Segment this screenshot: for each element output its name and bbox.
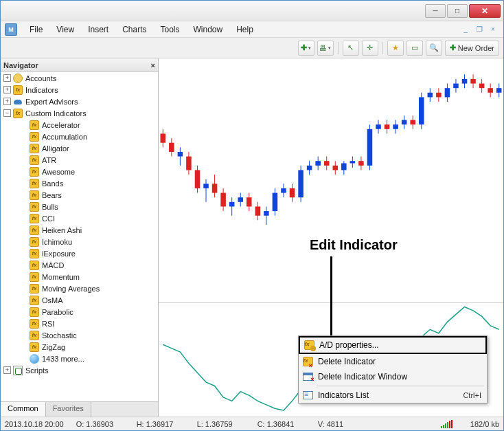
annotation-label: Edit Indicator: [310, 237, 398, 253]
tree-indicators[interactable]: +fxIndicators: [1, 84, 158, 96]
add-chart-button[interactable]: ✚: [298, 41, 314, 56]
navigator-panel: Navigator × +Accounts +fxIndicators +Exp…: [1, 58, 159, 417]
plus-icon: ✚: [450, 43, 456, 52]
tree-label: Bears: [42, 191, 62, 199]
tree-label: Scripts: [25, 366, 49, 375]
tree-indicator-item[interactable]: fxZigZag: [1, 341, 158, 353]
navigator-header: Navigator ×: [1, 58, 158, 72]
tree-indicator-item[interactable]: fxBears: [1, 189, 158, 201]
minimize-button[interactable]: ─: [425, 4, 446, 18]
svg-rect-15: [220, 193, 226, 207]
mdi-restore-button[interactable]: ❐: [473, 25, 485, 34]
new-order-button[interactable]: ✚New Order: [445, 41, 499, 56]
tree-label: Momentum: [42, 273, 80, 281]
status-high: H: 1.36917: [137, 420, 185, 428]
menu-delete-indicator-window[interactable]: × Delete Indicator Window: [299, 369, 487, 384]
globe-icon: [30, 354, 39, 364]
tree-indicator-item[interactable]: fxCCI: [1, 212, 158, 224]
status-volume: V: 4811: [318, 420, 366, 428]
tree-indicator-item[interactable]: fxATR: [1, 154, 158, 166]
menu-ad-properties[interactable]: fx A/D properties...: [299, 336, 487, 354]
tree-accounts[interactable]: +Accounts: [1, 72, 158, 84]
status-open: O: 1.36903: [76, 420, 124, 428]
menu-tools[interactable]: Tools: [154, 23, 187, 36]
tree-indicator-item[interactable]: fxMomentum: [1, 271, 158, 283]
expand-icon[interactable]: +: [3, 98, 11, 105]
navigator-tree[interactable]: +Accounts +fxIndicators +Expert Advisors…: [1, 72, 158, 401]
svg-rect-7: [186, 157, 192, 170]
tree-custom-indicators[interactable]: −fxCustom Indicators: [1, 107, 158, 119]
tree-scripts[interactable]: +Scripts: [1, 364, 158, 376]
svg-rect-27: [273, 193, 278, 212]
expand-icon[interactable]: +: [3, 74, 11, 82]
menu-help[interactable]: Help: [229, 23, 260, 36]
menu-file[interactable]: File: [23, 23, 49, 36]
tree-indicator-item[interactable]: fxBands: [1, 177, 158, 189]
fx-icon: fx: [30, 272, 39, 282]
tab-favorites[interactable]: Favorites: [46, 402, 91, 417]
tree-more[interactable]: 1433 more...: [1, 353, 158, 364]
mdi-close-button[interactable]: ×: [487, 25, 499, 34]
tree-indicator-item[interactable]: fxBulls: [1, 201, 158, 212]
menu-view[interactable]: View: [49, 23, 81, 36]
navigator-title: Navigator: [3, 61, 38, 69]
tree-label: OsMA: [42, 296, 63, 305]
svg-rect-67: [445, 88, 450, 97]
crosshair-button[interactable]: ✛: [362, 41, 378, 56]
svg-rect-31: [290, 188, 295, 197]
tree-indicator-item[interactable]: fxMoving Averages: [1, 283, 158, 294]
toolbar: ✚ 🖶 ↖ ✛ ★ ▭ 🔍 ✚New Order: [1, 38, 503, 58]
tree-label: 1433 more...: [42, 355, 84, 363]
search-button[interactable]: 🔍: [426, 41, 442, 56]
svg-rect-71: [462, 79, 468, 84]
svg-rect-13: [212, 184, 218, 192]
tree-indicator-item[interactable]: fxAwesome: [1, 166, 158, 177]
menubar: M File View Insert Charts Tools Window H…: [1, 21, 503, 38]
menu-charts[interactable]: Charts: [115, 23, 153, 36]
toolbar-separator: [382, 42, 383, 54]
tree-indicator-item[interactable]: fxAlligator: [1, 142, 158, 154]
print-button[interactable]: 🖶: [317, 41, 334, 56]
fx-icon: fx: [30, 214, 39, 223]
tree-label: iExposure: [42, 250, 76, 258]
list-icon: [303, 391, 313, 399]
svg-rect-35: [307, 166, 312, 170]
tree-label: Parabolic: [42, 308, 73, 316]
fx-icon: fx: [30, 284, 39, 294]
tree-indicator-item[interactable]: fxRSI: [1, 318, 158, 329]
tab-common[interactable]: Common: [1, 402, 46, 417]
fx-icon: fx: [13, 85, 23, 95]
favorite-button[interactable]: ★: [387, 41, 404, 56]
tree-expert-advisors[interactable]: +Expert Advisors: [1, 96, 158, 107]
menu-indicators-list[interactable]: Indicators List Ctrl+I: [299, 388, 487, 403]
menu-delete-indicator[interactable]: fx× Delete Indicator: [299, 354, 487, 369]
mdi-minimize-button[interactable]: _: [459, 25, 472, 34]
tree-indicator-item[interactable]: fxiExposure: [1, 247, 158, 259]
fx-icon: fx: [30, 202, 39, 212]
window-button[interactable]: ▭: [406, 41, 423, 56]
tree-indicator-item[interactable]: fxStochastic: [1, 329, 158, 341]
svg-rect-29: [281, 188, 286, 193]
tree-indicator-item[interactable]: fxIchimoku: [1, 236, 158, 247]
maximize-button[interactable]: □: [447, 4, 468, 18]
tree-indicator-item[interactable]: fxHeiken Ashi: [1, 224, 158, 236]
expand-icon[interactable]: +: [3, 366, 11, 374]
tree-label: Ichimoku: [42, 238, 72, 246]
tree-indicator-item[interactable]: fxParabolic: [1, 306, 158, 318]
tree-indicator-item[interactable]: fxAccumulation: [1, 131, 158, 142]
tree-indicator-item[interactable]: fxOsMA: [1, 294, 158, 306]
menu-window[interactable]: Window: [187, 23, 230, 36]
close-icon[interactable]: ×: [151, 61, 155, 69]
tree-indicator-item[interactable]: fxAccelerator: [1, 119, 158, 131]
close-button[interactable]: ✕: [469, 4, 501, 18]
fx-icon: fx: [30, 331, 39, 340]
cursor-button[interactable]: ↖: [343, 41, 359, 56]
expand-icon[interactable]: +: [3, 86, 11, 93]
collapse-icon[interactable]: −: [3, 109, 11, 117]
tree-label: RSI: [42, 320, 54, 328]
menu-insert[interactable]: Insert: [81, 23, 115, 36]
tree-indicator-item[interactable]: fxMACD: [1, 259, 158, 271]
fx-delete-icon: fx×: [303, 357, 313, 366]
svg-rect-37: [315, 161, 321, 166]
tree-label: Expert Advisors: [25, 98, 78, 106]
